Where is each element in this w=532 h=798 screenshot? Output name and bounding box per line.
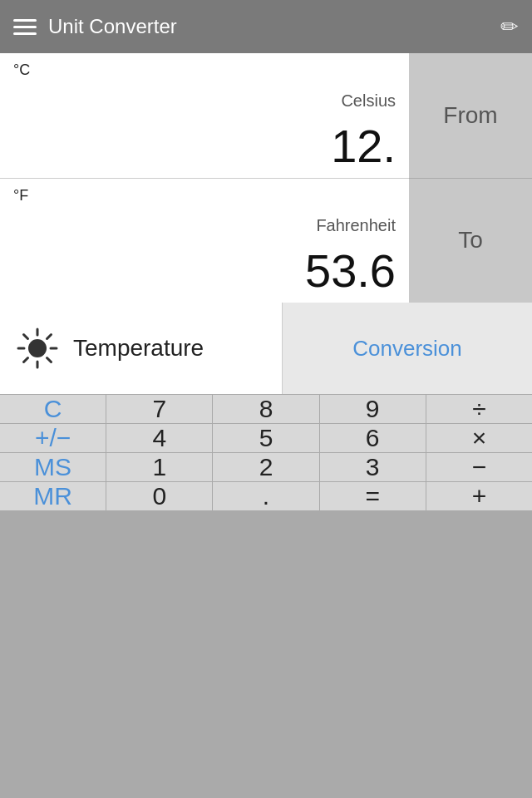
key-9[interactable]: 9	[320, 395, 426, 423]
from-unit-symbol: °C	[13, 62, 396, 79]
from-unit-name: Celsius	[13, 91, 396, 111]
header-left: Unit Converter	[13, 15, 177, 38]
to-display: °F Fahrenheit 53.6	[0, 179, 409, 303]
key-_[interactable]: ÷	[426, 395, 532, 423]
from-display: °C Celsius 12.	[0, 53, 409, 179]
key-___[interactable]: +/−	[0, 424, 106, 452]
svg-line-7	[47, 335, 52, 339]
svg-point-0	[28, 339, 47, 357]
from-value: 12.	[13, 123, 396, 170]
key-0[interactable]: 0	[106, 482, 212, 510]
category-row: Temperature Conversion	[0, 303, 532, 394]
svg-line-6	[47, 358, 52, 362]
key-1[interactable]: 1	[106, 453, 212, 481]
svg-line-5	[24, 335, 28, 339]
to-button-label: To	[458, 227, 483, 254]
key-3[interactable]: 3	[320, 453, 426, 481]
keypad: C789÷+/−456×MS123−MR0.=+	[0, 394, 532, 510]
key-_[interactable]: +	[426, 482, 532, 510]
app-header: Unit Converter ✏	[0, 0, 532, 53]
key-2[interactable]: 2	[213, 453, 318, 481]
key-C[interactable]: C	[0, 395, 106, 423]
svg-line-8	[24, 358, 28, 362]
display-main: °C Celsius 12. °F Fahrenheit 53.6	[0, 53, 409, 303]
app-title: Unit Converter	[48, 15, 177, 38]
display-area: °C Celsius 12. °F Fahrenheit 53.6 From T…	[0, 53, 532, 303]
key-6[interactable]: 6	[320, 424, 426, 452]
key-MS[interactable]: MS	[0, 453, 106, 481]
to-unit-symbol: °F	[13, 187, 396, 204]
key-5[interactable]: 5	[213, 424, 318, 452]
from-button[interactable]: From	[409, 53, 532, 179]
key-_[interactable]: =	[320, 482, 426, 510]
key-_[interactable]: .	[213, 482, 318, 510]
pen-icon[interactable]: ✏	[500, 14, 519, 40]
conversion-button[interactable]: Conversion	[283, 303, 532, 394]
temperature-icon	[17, 328, 58, 369]
category-label: Temperature	[73, 335, 204, 362]
key-8[interactable]: 8	[213, 395, 318, 423]
conversion-label: Conversion	[352, 336, 462, 362]
display-sidebar: From To	[409, 53, 532, 303]
to-button[interactable]: To	[409, 179, 532, 303]
to-unit-name: Fahrenheit	[13, 216, 396, 235]
to-value: 53.6	[13, 248, 396, 294]
menu-icon[interactable]	[13, 19, 37, 35]
key-7[interactable]: 7	[106, 395, 212, 423]
key-MR[interactable]: MR	[0, 482, 106, 510]
category-selector[interactable]: Temperature	[0, 303, 283, 394]
from-button-label: From	[443, 102, 497, 129]
keypad-wrapper: C789÷+/−456×MS123−MR0.=+	[0, 394, 532, 798]
key-_[interactable]: −	[426, 453, 532, 481]
key-_[interactable]: ×	[426, 424, 532, 452]
key-4[interactable]: 4	[106, 424, 212, 452]
